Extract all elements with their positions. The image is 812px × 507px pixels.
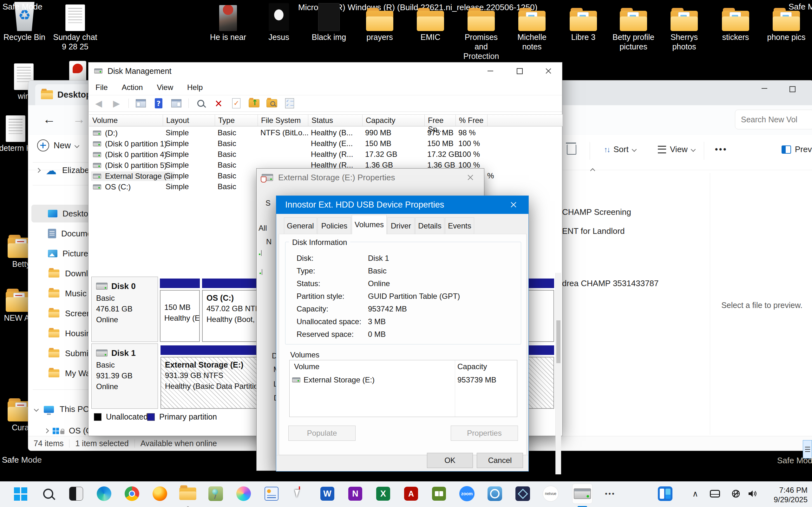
disk1-label-box[interactable]: Disk 1 Basic 931.39 GB Online bbox=[91, 343, 158, 409]
tray-overflow-button[interactable]: ∧ bbox=[685, 484, 705, 504]
file-item-ent-for-landlord[interactable]: ENT for Landlord bbox=[562, 226, 625, 236]
column-header-free[interactable]: % Free bbox=[456, 114, 488, 126]
desktop-icon-prayers[interactable]: prayers bbox=[356, 3, 403, 42]
help-icon[interactable] bbox=[153, 98, 164, 109]
desktop-icon-black-img[interactable]: Black img bbox=[305, 3, 353, 42]
taskbar-chrome-button[interactable] bbox=[122, 484, 142, 504]
back-button[interactable]: ← bbox=[43, 112, 55, 126]
desktop-icon-sherrys-photos[interactable]: Sherrys photos bbox=[660, 3, 708, 51]
console-tree-icon[interactable] bbox=[135, 98, 147, 109]
taskbar-diamond-app-button[interactable] bbox=[513, 484, 533, 504]
column-header-file-system[interactable]: File System bbox=[258, 114, 308, 126]
menu-file[interactable]: File bbox=[96, 83, 108, 92]
search-input[interactable] bbox=[735, 110, 812, 129]
desktop-icon-betty-profile-pictures[interactable]: Betty profile pictures bbox=[610, 3, 657, 51]
volumes-col-capacity[interactable]: Capacity bbox=[457, 362, 487, 371]
delete-button[interactable] bbox=[567, 145, 576, 155]
more-options-button[interactable]: ••• bbox=[715, 145, 727, 154]
sidebar-item-os-drive[interactable]: OS (C bbox=[45, 426, 92, 436]
taskbar-pin-app-button[interactable] bbox=[206, 484, 226, 504]
sort-button[interactable]: ↑↓ Sort bbox=[604, 145, 636, 154]
desktop-icon-libre-3[interactable]: Libre 3 bbox=[560, 3, 607, 42]
taskbar-onenote-button[interactable]: N bbox=[345, 484, 365, 504]
desktop-icon-stickers[interactable]: stickers bbox=[712, 3, 759, 42]
taskbar-acrobat-button[interactable]: A bbox=[401, 484, 421, 504]
volumes-col-volume[interactable]: Volume bbox=[294, 362, 319, 371]
menu-view[interactable]: View bbox=[157, 83, 173, 92]
sidebar-item-onedrive[interactable]: ☁ Elizabet bbox=[37, 165, 92, 175]
group-collapse-chevron[interactable] bbox=[591, 168, 595, 174]
taskbar-swirl-app-button[interactable] bbox=[485, 484, 505, 504]
desktop-icon-sunday-chat-9-28-25[interactable]: Sunday chat 9 28 25 bbox=[51, 3, 99, 51]
column-header-type[interactable]: Type bbox=[215, 114, 258, 126]
action-pane-icon[interactable] bbox=[171, 98, 182, 109]
tab-driver[interactable]: Driver bbox=[387, 217, 415, 234]
rescan-disks-icon[interactable] bbox=[195, 98, 206, 109]
desktop-icon-he-is-near[interactable]: He is near bbox=[204, 3, 252, 42]
forward-button[interactable]: → bbox=[72, 112, 85, 126]
taskbar-pointer-app-button[interactable] bbox=[289, 484, 310, 504]
checklist-icon[interactable] bbox=[284, 98, 295, 109]
column-header-layout[interactable]: Layout bbox=[163, 114, 215, 126]
forward-icon[interactable]: ▶ bbox=[111, 98, 122, 109]
tab-events[interactable]: Events bbox=[445, 217, 474, 234]
dm-maximize-button[interactable] bbox=[511, 62, 528, 79]
disk0-label-box[interactable]: Disk 0 Basic 476.81 GB Online bbox=[91, 277, 158, 342]
taskbar-netvue-button[interactable]: netvue bbox=[541, 484, 561, 504]
preview-toggle-button[interactable]: Previ bbox=[781, 145, 812, 154]
dm-close-button[interactable] bbox=[540, 62, 557, 79]
properties-button[interactable]: Properties bbox=[451, 426, 518, 441]
pdf-file-icon[interactable] bbox=[69, 61, 86, 82]
taskbar-contrast-app-button[interactable] bbox=[66, 484, 86, 504]
menu-action[interactable]: Action bbox=[122, 83, 143, 92]
taskbar-firefox-button[interactable] bbox=[150, 484, 170, 504]
sidebar-item-this-pc[interactable]: This PC bbox=[35, 404, 89, 414]
desktop-icon-emic[interactable]: EMIC bbox=[407, 3, 454, 42]
view-button[interactable]: View bbox=[658, 145, 695, 154]
taskbar-copilot-button[interactable] bbox=[234, 484, 254, 504]
file-item-champ-screening[interactable]: CHAMP Screening bbox=[562, 207, 631, 217]
explore-folder-icon[interactable] bbox=[266, 98, 277, 109]
taskbar-start-button[interactable] bbox=[10, 484, 31, 504]
column-header-free-sp[interactable]: Free Sp... bbox=[425, 114, 456, 126]
disk0-partition-efi[interactable]: 150 MB Healthy (E bbox=[160, 277, 200, 342]
taskbar-clock[interactable]: 7:46 PM 9/29/2025 bbox=[774, 486, 808, 504]
touchpad-indicator[interactable] bbox=[705, 484, 725, 504]
column-header-status[interactable]: Status bbox=[308, 114, 362, 126]
new-button[interactable]: New bbox=[37, 139, 79, 152]
menu-help[interactable]: Help bbox=[187, 83, 203, 92]
ext-props-close-button[interactable] bbox=[467, 174, 473, 181]
back-icon[interactable]: ◀ bbox=[93, 98, 104, 109]
taskbar-more-button[interactable]: ••• bbox=[600, 484, 620, 504]
volume-row-disk-0-partition-4[interactable]: (Disk 0 partition 4)SimpleBasicHealthy (… bbox=[89, 149, 562, 160]
taskbar-excel-button[interactable]: X bbox=[373, 484, 393, 504]
explorer-maximize-button[interactable] bbox=[790, 86, 796, 92]
taskbar-word-button[interactable]: W bbox=[317, 484, 338, 504]
column-header-capacity[interactable]: Capacity bbox=[362, 114, 425, 126]
ok-button[interactable]: OK bbox=[427, 453, 473, 468]
desktop-icon-promises-and-protection[interactable]: Promises and Protection bbox=[457, 3, 505, 61]
column-header-volume[interactable]: Volume bbox=[89, 114, 163, 126]
taskbar-disk-management-button[interactable] bbox=[572, 484, 593, 504]
properties-check-icon[interactable] bbox=[231, 98, 242, 109]
taskbar-bible-app-button[interactable] bbox=[429, 484, 449, 504]
innostor-close-button[interactable] bbox=[510, 202, 517, 208]
file-item-drea-champ-3531433787[interactable]: drea CHAMP 3531433787 bbox=[562, 279, 659, 288]
tab-general[interactable]: General bbox=[284, 217, 317, 234]
scrollbar-thumb[interactable] bbox=[556, 320, 560, 363]
explorer-minimize-button[interactable] bbox=[762, 88, 767, 89]
delete-volume-icon[interactable] bbox=[213, 98, 224, 109]
widgets-button[interactable] bbox=[655, 484, 675, 504]
scrollbar-track[interactable] bbox=[555, 273, 561, 474]
volume-button[interactable] bbox=[742, 484, 763, 504]
taskbar-edge-button[interactable] bbox=[94, 484, 114, 504]
desktop-icon-michelle-notes[interactable]: Michelle notes bbox=[508, 3, 556, 51]
column-header-blank[interactable] bbox=[488, 114, 563, 126]
tab-details[interactable]: Details bbox=[415, 217, 444, 234]
taskbar-system-monitor-button[interactable] bbox=[261, 484, 282, 504]
dm-minimize-button[interactable] bbox=[481, 62, 499, 79]
populate-button[interactable]: Populate bbox=[288, 426, 356, 441]
volume-row-disk-0-partition-1[interactable]: (Disk 0 partition 1)SimpleBasicHealthy (… bbox=[89, 138, 562, 149]
volume-row-d[interactable]: (D:)SimpleBasicNTFS (BitLo...Healthy (B.… bbox=[89, 128, 562, 138]
tab-volumes[interactable]: Volumes bbox=[352, 215, 387, 234]
